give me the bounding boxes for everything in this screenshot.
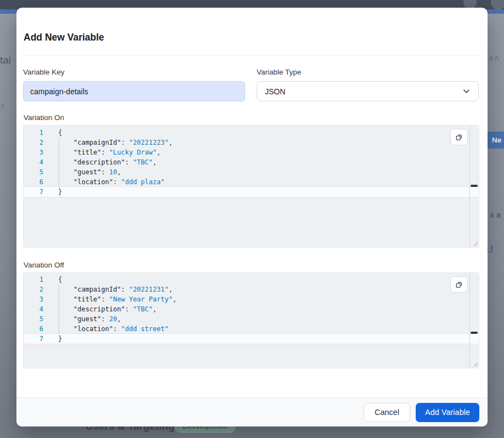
line-number: 5 [24, 314, 43, 324]
code-line: 3"title": "New Year Party", [24, 294, 479, 304]
code-token-key: "guest" [73, 168, 101, 176]
divider [23, 55, 479, 56]
add-variable-button[interactable]: Add Variable [416, 403, 479, 422]
bg-text-fragment: s a [490, 211, 501, 219]
code-token-key: "title" [73, 295, 101, 303]
code-line: 6"location": "ddd street" [24, 324, 479, 334]
code-token-plain: : [121, 139, 129, 146]
variable-type-label: Variable Type [257, 68, 479, 76]
code-token-plain: : [101, 315, 109, 323]
copy-button[interactable] [450, 276, 468, 293]
variable-type-select[interactable]: JSON [257, 81, 479, 101]
code-token-key: "location" [73, 325, 113, 333]
code-token-plain: : [113, 178, 121, 186]
chevron-down-icon [462, 87, 471, 95]
code-token-key: "description" [73, 305, 125, 313]
line-number: 6 [24, 324, 43, 334]
line-number: 7 [24, 187, 43, 197]
code-token-plain: , [168, 139, 172, 146]
code-line: 5"guest": 10, [24, 167, 479, 177]
code-token-plain: { [58, 276, 62, 283]
code-token-value: "New Year Party" [109, 295, 173, 303]
code-token-key: "campaignId" [73, 286, 121, 293]
code-token-plain: , [117, 168, 121, 176]
line-number: 1 [24, 275, 43, 285]
variation-on-editor[interactable]: 1{2"campaignId": "20221223",3"title": "L… [23, 125, 479, 248]
variation-off-editor[interactable]: 1{2"campaignId": "20221231",3"title": "N… [23, 272, 479, 368]
line-number: 6 [24, 177, 43, 187]
resize-handle[interactable] [471, 360, 478, 367]
code-content: "description": "TBC", [58, 157, 157, 167]
line-number: 3 [24, 294, 43, 304]
code-line: 2"campaignId": "20221223", [24, 138, 479, 147]
code-token-plain: , [153, 305, 157, 313]
code-token-plain: , [157, 149, 161, 156]
code-content: "campaignId": "20221231", [58, 285, 173, 294]
code-content: "title": "New Year Party", [58, 294, 177, 304]
variable-key-field-group: Variable Key [23, 68, 245, 101]
bg-tab-fragment: E [1, 103, 5, 110]
variable-type-field-group: Variable Type JSON [257, 68, 479, 101]
code-token-key: "location" [73, 178, 113, 186]
code-content: "title": "Lucky Draw", [58, 147, 161, 157]
code-line: 6"location": "ddd plaza" [24, 177, 479, 187]
scrollbar-track [469, 273, 470, 368]
code-content: "guest": 20, [58, 314, 121, 324]
cancel-button[interactable]: Cancel [364, 403, 410, 422]
variable-key-label: Variable Key [23, 68, 245, 76]
code-token-plain: , [117, 315, 121, 323]
code-token-value: "TBC" [133, 305, 152, 313]
code-line: 2"campaignId": "20221231", [24, 285, 479, 294]
code-token-plain: : [113, 325, 121, 333]
copy-icon [455, 133, 463, 141]
code-content: } [58, 334, 62, 344]
code-line: 4"description": "TBC", [24, 157, 479, 167]
code-token-plain: } [58, 188, 62, 196]
copy-button[interactable] [450, 129, 468, 145]
code-token-value: "ddd street" [121, 325, 169, 333]
variable-key-input[interactable] [23, 81, 245, 101]
variation-off-label: Variation Off [24, 261, 64, 269]
code-lines: 1{2"campaignId": "20221231",3"title": "N… [24, 273, 479, 344]
line-number: 2 [24, 138, 43, 147]
code-token-key: "title" [73, 149, 101, 156]
code-content: { [58, 128, 62, 138]
line-number: 1 [24, 128, 43, 138]
code-content: "guest": 10, [58, 167, 121, 177]
scrollbar-track [469, 126, 470, 247]
add-variable-modal: Add New Variable Variable Key Variable T… [16, 8, 488, 426]
code-lines: 1{2"campaignId": "20221223",3"title": "L… [24, 126, 479, 197]
bg-new-button-fragment: Ne [488, 132, 504, 149]
code-line: 1{ [24, 128, 479, 138]
code-token-value: 10 [109, 168, 117, 176]
line-number: 4 [24, 304, 43, 314]
code-token-plain: : [121, 286, 129, 293]
code-content: "campaignId": "20221223", [58, 138, 173, 147]
code-token-plain: , [168, 286, 172, 293]
code-token-key: "description" [73, 158, 125, 166]
code-token-value: "20221223" [129, 139, 168, 146]
scrollbar-thumb[interactable] [471, 185, 478, 187]
screen: tai E 4 A Ne s a ee l Users & Targeting … [0, 0, 504, 438]
line-number: 4 [24, 157, 43, 167]
line-number: 2 [24, 285, 43, 294]
code-token-value: "TBC" [133, 158, 152, 166]
code-line: 1{ [24, 275, 479, 285]
code-line: 7} [24, 334, 479, 344]
code-token-plain: { [58, 129, 62, 136]
code-token-plain: , [153, 158, 157, 166]
resize-handle[interactable] [471, 240, 478, 247]
modal-footer: Cancel Add Variable [16, 397, 488, 426]
code-content: { [58, 275, 62, 285]
code-token-plain: : [101, 168, 109, 176]
field-row: Variable Key Variable Type JSON [23, 68, 479, 101]
copy-icon [455, 280, 463, 289]
line-number: 5 [24, 167, 43, 177]
line-number: 7 [24, 334, 43, 344]
modal-title: Add New Variable [24, 32, 104, 43]
code-token-value: "20221231" [129, 286, 168, 293]
code-token-key: "guest" [73, 315, 101, 323]
scrollbar-thumb[interactable] [471, 332, 478, 334]
code-token-key: "campaignId" [73, 139, 121, 146]
code-line: 7} [24, 187, 479, 197]
